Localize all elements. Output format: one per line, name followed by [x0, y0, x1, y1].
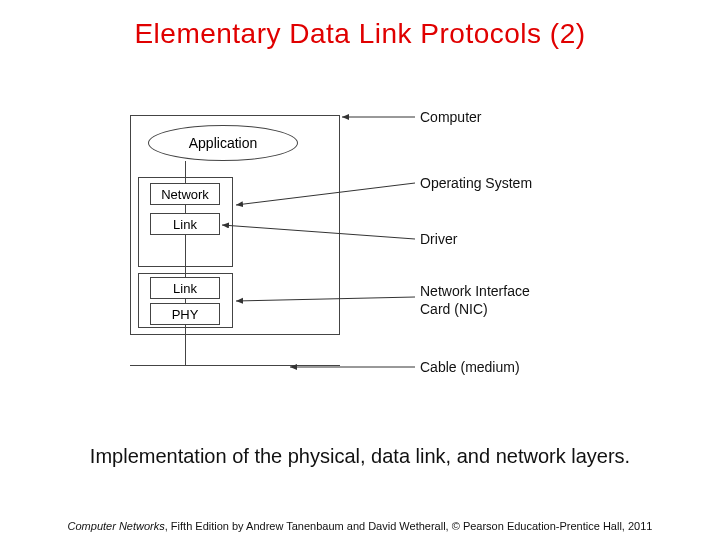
footer-book-title: Computer Networks [68, 520, 165, 532]
callout-computer: Computer [420, 109, 481, 125]
slide-caption: Implementation of the physical, data lin… [0, 445, 720, 468]
svg-line-3 [236, 297, 415, 301]
callout-driver: Driver [420, 231, 457, 247]
footer-citation: Computer Networks, Fifth Edition by Andr… [0, 520, 720, 532]
diagram-area: Application Network Link Link PHY Comput… [130, 115, 600, 395]
callout-cable: Cable (medium) [420, 359, 520, 375]
footer-rest: , Fifth Edition by Andrew Tanenbaum and … [165, 520, 653, 532]
svg-line-1 [236, 183, 415, 205]
callout-operating-system: Operating System [420, 175, 532, 191]
slide-title: Elementary Data Link Protocols (2) [0, 0, 720, 50]
arrows-overlay [130, 115, 600, 405]
svg-line-2 [222, 225, 415, 239]
callout-nic: Network InterfaceCard (NIC) [420, 283, 530, 318]
